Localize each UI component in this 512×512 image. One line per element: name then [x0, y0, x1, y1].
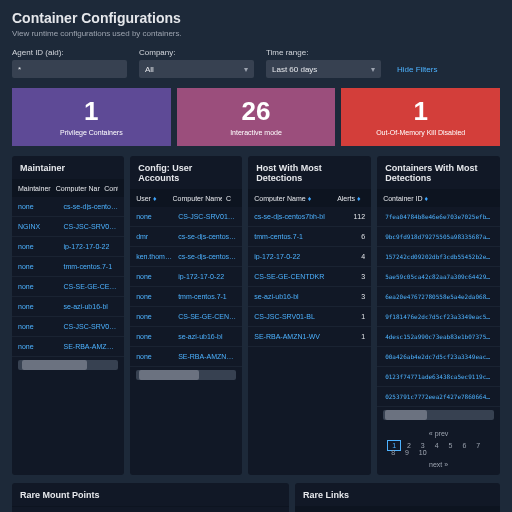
sort-icon[interactable]: ♦ [424, 195, 428, 202]
table-row[interactable]: nonese-azi-ub16-bl [130, 327, 242, 347]
table-row[interactable]: noneCS-SE-GE-CENTDKR [130, 307, 242, 327]
table-row[interactable]: nonese-azi-ub16-bl [12, 297, 124, 317]
panel-rare-mount: Rare Mount Points [12, 483, 289, 512]
page-10[interactable]: 10 [415, 448, 431, 457]
page-subtitle: View runtime configurations used by cont… [12, 29, 500, 38]
table-row[interactable]: CS-SE-GE-CENTDKR3 [248, 267, 371, 287]
table-row[interactable]: noneip-172-17-0-22 [12, 237, 124, 257]
panel-config: Config: User Accounts User♦ Computer Nam… [130, 156, 242, 475]
sort-icon[interactable]: ♦ [357, 195, 361, 202]
table-row[interactable]: noneCS-JSC-SRV01-BL [130, 207, 242, 227]
table-row[interactable]: tmm-centos.7-16 [248, 227, 371, 247]
table-row[interactable]: nonecs-se-djs-centos7bh-bl [12, 197, 124, 217]
page-4[interactable]: 4 [431, 441, 443, 450]
table-row[interactable]: noneSE-RBA-AMZN1-WV [130, 347, 242, 367]
table-row[interactable]: ken.thompsoncs-se-djs-centos7bh-bl [130, 247, 242, 267]
hide-filters-link[interactable]: Hide Filters [397, 65, 437, 74]
table-row[interactable]: NGINXCS-JSC-SRV01-BL [12, 217, 124, 237]
hscroll[interactable] [383, 410, 494, 420]
page-5[interactable]: 5 [445, 441, 457, 450]
container-id[interactable]: 0253791c7772eea2f427e786066458b [377, 387, 500, 407]
panel-rare-links: Rare Links Computer [295, 483, 500, 512]
page-6[interactable]: 6 [458, 441, 470, 450]
agent-input[interactable] [12, 60, 127, 78]
stat-interactive[interactable]: 26Interactive mode [177, 88, 336, 146]
container-id[interactable]: 7fea04784b8e46e6e703e7025efb21c [377, 207, 500, 227]
stat-privilege[interactable]: 1Privilege Containers [12, 88, 171, 146]
agent-label: Agent ID (aid): [12, 48, 127, 57]
container-id[interactable]: 4desc152a990c73eab83e1b073750f2cc [377, 327, 500, 347]
table-row[interactable]: CS-JSC-SRV01-BL1 [248, 307, 371, 327]
panel-containers: Containers With Most Detections Containe… [377, 156, 500, 475]
page-9[interactable]: 9 [401, 448, 413, 457]
sort-icon[interactable]: ♦ [153, 195, 157, 202]
chevron-down-icon: ▾ [244, 65, 248, 74]
time-value: Last 60 days [272, 65, 317, 74]
pager: « prev 1 2 3 4 5 6 7 8 9 10 next » [377, 423, 500, 475]
page-title: Container Configurations [12, 10, 500, 26]
panel-maintainer: Maintainer Maintainer♦ Computer Name♦ Co… [12, 156, 124, 475]
prev[interactable]: « prev [425, 429, 452, 438]
container-id[interactable]: 9bc9fd918d79275505a98335687a6fd [377, 227, 500, 247]
sort-icon[interactable]: ♦ [308, 195, 312, 202]
table-row[interactable]: nonetmm-centos.7-1 [130, 287, 242, 307]
container-id[interactable]: 00a426ab4e2dc7d5cf23a3349eac597e [377, 347, 500, 367]
table-row[interactable]: noneip-172-17-0-22 [130, 267, 242, 287]
stats-row: 1Privilege Containers 26Interactive mode… [12, 88, 500, 146]
table-row[interactable]: SE-RBA-AMZN1-WV1 [248, 327, 371, 347]
container-id[interactable]: 5ae59c05ca42c82aa7a309c644298fb [377, 267, 500, 287]
chevron-down-icon: ▾ [371, 65, 375, 74]
container-id[interactable]: 9f181476e2dc7d5cf23a3349eac597e [377, 307, 500, 327]
company-select[interactable]: All ▾ [139, 60, 254, 78]
container-id[interactable]: 157242cd09202dbf3cdb55452b2e9bc0 [377, 247, 500, 267]
table-row[interactable]: ip-172-17-0-224 [248, 247, 371, 267]
table-row[interactable]: se-azi-ub16-bl3 [248, 287, 371, 307]
panel-host: Host With Most Detections Computer Name♦… [248, 156, 371, 475]
table-row[interactable]: noneCS-JSC-SRV01-BL [12, 317, 124, 337]
filter-bar: Agent ID (aid): Company: All ▾ Time rang… [12, 48, 500, 78]
table-row[interactable]: noneCS-SE-GE-CENTDKR [12, 277, 124, 297]
time-label: Time range: [266, 48, 381, 57]
hscroll[interactable] [18, 360, 118, 370]
page-8[interactable]: 8 [387, 448, 399, 457]
hscroll[interactable] [136, 370, 236, 380]
container-id[interactable]: 0123f74771ade63438ca5ec9119c3c83 [377, 367, 500, 387]
table-row[interactable]: nonetmm-centos.7-1 [12, 257, 124, 277]
table-row[interactable]: noneSE-RBA-AMZN1-WV [12, 337, 124, 357]
stat-oom[interactable]: 1Out-Of-Memory Kill Disabled [341, 88, 500, 146]
page-7[interactable]: 7 [472, 441, 484, 450]
time-select[interactable]: Last 60 days ▾ [266, 60, 381, 78]
company-label: Company: [139, 48, 254, 57]
company-value: All [145, 65, 154, 74]
next[interactable]: next » [425, 460, 452, 469]
table-row[interactable]: dmrcs-se-djs-centos7bh-bl [130, 227, 242, 247]
table-row[interactable]: cs-se-djs-centos7bh-bl112 [248, 207, 371, 227]
container-id[interactable]: 6ea20e47672780558e5a4e2da0685f1 [377, 287, 500, 307]
